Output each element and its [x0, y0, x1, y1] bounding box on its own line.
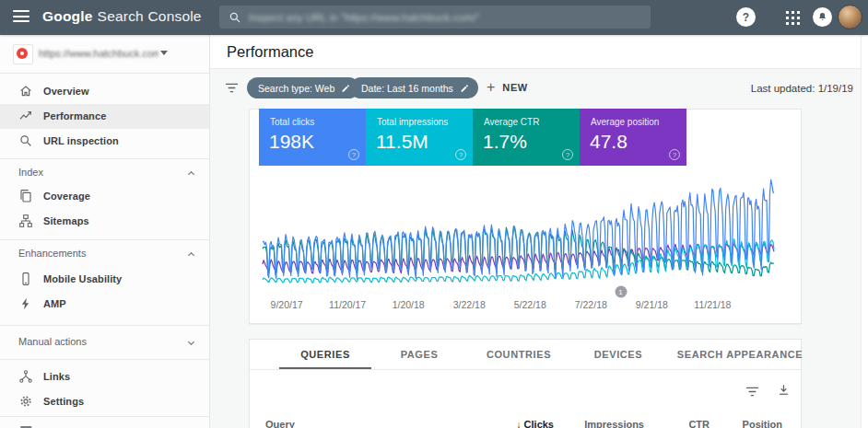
tab-pages[interactable]: PAGES — [401, 349, 439, 360]
app-logo[interactable]: GoogleSearch Console — [42, 8, 202, 25]
sidebar-item-links[interactable]: Links — [0, 364, 209, 389]
divider — [0, 239, 209, 240]
account-avatar[interactable] — [838, 5, 862, 29]
x-tick-label: 9/21/18 — [636, 299, 668, 310]
topbar: GoogleSearch Console Inspect any URL in … — [0, 0, 868, 35]
metric-card-total-clicks[interactable]: Total clicks 198K ? — [259, 109, 366, 166]
metric-card-average-ctr[interactable]: Average CTR 1.7% ? — [473, 109, 580, 166]
help-button[interactable]: ? — [736, 7, 756, 27]
sidebar-item-settings[interactable]: Settings — [0, 389, 209, 414]
sidebar-item-mobile-usability[interactable]: Mobile Usability — [0, 267, 209, 292]
table-filter-icon[interactable] — [745, 386, 759, 398]
sidebar-item-performance[interactable]: Performance — [0, 104, 209, 129]
apps-grid-icon — [786, 11, 800, 25]
column-header-ctr[interactable]: CTR — [688, 419, 710, 428]
dimensions-table-card: QUERIES PAGES COUNTRIES DEVICES SEARCH A… — [249, 339, 802, 428]
sidebar-item-amp[interactable]: AMP — [0, 292, 209, 317]
section-header-manual-actions[interactable]: Manual actions — [0, 334, 209, 351]
sidebar-item-label: Overview — [43, 86, 89, 97]
sidebar-item-label: Performance — [43, 110, 106, 121]
metric-value: 1.7% — [483, 131, 527, 153]
apps-grid-button[interactable] — [786, 11, 800, 25]
help-icon[interactable]: ? — [562, 149, 573, 160]
chip-label: Date: Last 16 months — [361, 83, 453, 94]
column-header-position[interactable]: Position — [743, 419, 782, 428]
property-selector[interactable]: https://www.hatchbuck.com/ — [0, 42, 210, 66]
help-icon: ? — [743, 11, 749, 24]
scrollbar[interactable] — [861, 35, 868, 428]
filter-chip-search-type[interactable]: Search type: Web — [247, 77, 359, 98]
chart-x-axis: 9/20/1711/20/171/20/183/22/185/22/187/22… — [250, 299, 803, 314]
column-header-clicks[interactable]: ↓Clicks — [517, 419, 554, 428]
divider — [0, 325, 209, 326]
sidebar: https://www.hatchbuck.com/ Overview Perf… — [0, 35, 210, 428]
edit-pencil-icon — [460, 84, 469, 93]
home-icon — [18, 84, 33, 98]
coverage-icon — [18, 189, 33, 203]
column-header-query[interactable]: Query — [265, 419, 295, 428]
tab-countries[interactable]: COUNTRIES — [487, 349, 551, 360]
sidebar-item-label: Mobile Usability — [43, 273, 122, 284]
chip-label: Search type: Web — [258, 83, 334, 94]
bell-icon — [816, 11, 828, 23]
filter-chip-date-range[interactable]: Date: Last 16 months — [350, 77, 478, 98]
metric-label: Total clicks — [270, 117, 314, 127]
sidebar-item-submit-feedback[interactable]: Submit feedback — [0, 420, 209, 428]
metric-value: 198K — [269, 131, 314, 153]
section-header-enhancements[interactable]: Enhancements — [0, 246, 209, 262]
section-title: Index — [18, 167, 43, 178]
links-icon — [18, 369, 33, 384]
sidebar-item-label: Coverage — [43, 191, 90, 202]
sidebar-item-label: AMP — [43, 298, 66, 309]
divider — [0, 359, 209, 360]
plus-icon: + — [487, 80, 495, 95]
tab-devices[interactable]: DEVICES — [594, 349, 643, 360]
sidebar-item-url-inspection[interactable]: URL inspection — [0, 129, 209, 154]
series-clicks — [263, 179, 774, 279]
table-header-row: Query ↓Clicks Impressions CTR Position — [250, 419, 801, 428]
filter-icon[interactable] — [225, 82, 239, 94]
sort-arrow-icon: ↓ — [517, 420, 522, 428]
help-icon[interactable]: ? — [455, 149, 466, 160]
new-filter-button[interactable]: + NEW — [487, 80, 528, 95]
section-title: Enhancements — [18, 248, 86, 259]
brand-google: Google — [42, 8, 93, 24]
notifications-button[interactable] — [813, 7, 832, 27]
url-inspect-search-bar[interactable]: Inspect any URL in "https://www.hatchbuc… — [219, 6, 651, 29]
performance-icon — [18, 109, 33, 123]
title-band: Performance — [210, 35, 868, 69]
help-icon[interactable]: ? — [348, 149, 359, 160]
url-inspection-icon — [18, 133, 33, 148]
x-tick-label: 11/21/18 — [694, 299, 731, 310]
metric-card-average-position[interactable]: Average position 47.8 ? — [580, 109, 686, 166]
annotation-marker[interactable]: 1 — [615, 286, 627, 298]
tab-queries[interactable]: QUERIES — [300, 349, 350, 360]
tab-search-appearance[interactable]: SEARCH APPEARANCE — [677, 349, 803, 360]
metric-card-total-impressions[interactable]: Total impressions 11.5M ? — [366, 109, 473, 166]
sidebar-item-label: Settings — [43, 396, 84, 407]
divider — [0, 158, 209, 159]
sidebar-item-sitemaps[interactable]: Sitemaps — [0, 209, 209, 234]
section-header-index[interactable]: Index — [0, 165, 209, 181]
new-filter-label: NEW — [502, 82, 527, 93]
property-favicon — [13, 44, 33, 64]
dropdown-caret-icon — [160, 51, 168, 55]
column-header-impressions[interactable]: Impressions — [584, 419, 644, 428]
section-title: Manual actions — [18, 336, 87, 347]
sidebar-item-coverage[interactable]: Coverage — [0, 184, 209, 209]
x-tick-label: 7/22/18 — [575, 299, 607, 310]
search-input[interactable]: Inspect any URL in "https://www.hatchbuc… — [249, 12, 480, 23]
hamburger-menu-icon[interactable] — [13, 10, 29, 25]
download-icon[interactable] — [777, 383, 791, 399]
filter-bar: Search type: Web Date: Last 16 months + … — [210, 69, 868, 108]
metric-label: Average CTR — [484, 117, 539, 127]
sidebar-item-overview[interactable]: Overview — [0, 79, 209, 104]
sitemaps-icon — [18, 214, 33, 228]
help-icon[interactable]: ? — [669, 149, 680, 160]
performance-chart-card: Total clicks 198K ? Total impressions 11… — [249, 109, 802, 324]
metric-value: 47.8 — [590, 131, 628, 153]
brand-search-console: Search Console — [98, 8, 202, 24]
mobile-icon — [18, 272, 33, 286]
divider — [0, 416, 209, 417]
gear-icon — [18, 394, 33, 409]
